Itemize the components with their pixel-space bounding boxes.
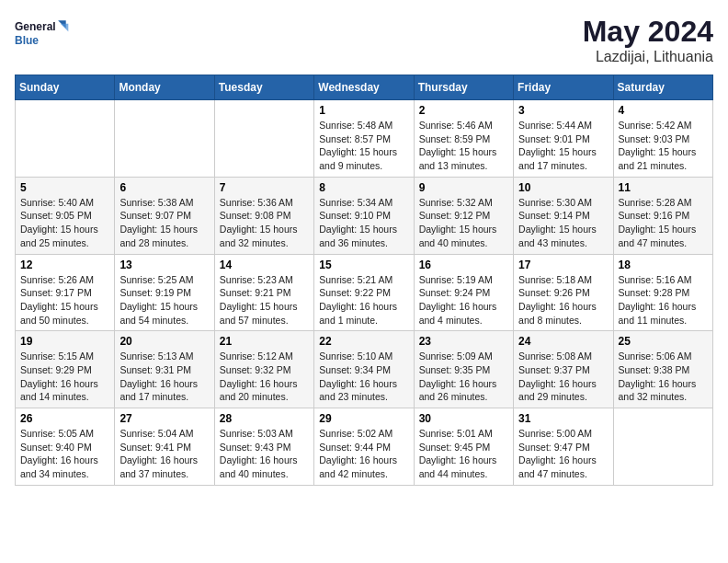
day-info: Sunrise: 5:19 AM Sunset: 9:24 PM Dayligh… xyxy=(419,273,508,327)
day-info: Sunrise: 5:00 AM Sunset: 9:47 PM Dayligh… xyxy=(518,427,608,481)
calendar-week-row: 19Sunrise: 5:15 AM Sunset: 9:29 PM Dayli… xyxy=(16,331,713,408)
calendar-cell xyxy=(214,100,313,178)
svg-text:Blue: Blue xyxy=(15,34,39,47)
calendar-week-row: 5Sunrise: 5:40 AM Sunset: 9:05 PM Daylig… xyxy=(16,177,713,254)
calendar-week-row: 1Sunrise: 5:48 AM Sunset: 8:57 PM Daylig… xyxy=(16,100,713,178)
calendar-cell: 5Sunrise: 5:40 AM Sunset: 9:05 PM Daylig… xyxy=(16,177,115,254)
calendar-cell: 4Sunrise: 5:42 AM Sunset: 9:03 PM Daylig… xyxy=(613,100,712,178)
title-block: May 2024 Lazdijai, Lithuania xyxy=(583,15,713,65)
calendar-cell: 27Sunrise: 5:04 AM Sunset: 9:41 PM Dayli… xyxy=(115,408,214,486)
day-number: 20 xyxy=(119,335,209,348)
day-number: 23 xyxy=(419,335,508,348)
day-number: 16 xyxy=(419,259,508,271)
day-number: 25 xyxy=(619,335,708,348)
day-info: Sunrise: 5:01 AM Sunset: 9:45 PM Dayligh… xyxy=(419,427,508,481)
day-number: 29 xyxy=(319,412,408,425)
calendar-cell: 8Sunrise: 5:34 AM Sunset: 9:10 PM Daylig… xyxy=(314,177,414,254)
day-number: 17 xyxy=(518,259,608,271)
day-number: 1 xyxy=(319,104,408,117)
calendar-cell: 14Sunrise: 5:23 AM Sunset: 9:21 PM Dayli… xyxy=(214,254,313,331)
day-info: Sunrise: 5:38 AM Sunset: 9:07 PM Dayligh… xyxy=(119,196,209,250)
day-number: 27 xyxy=(119,412,209,425)
calendar-cell: 16Sunrise: 5:19 AM Sunset: 9:24 PM Dayli… xyxy=(414,254,513,331)
day-info: Sunrise: 5:34 AM Sunset: 9:10 PM Dayligh… xyxy=(319,196,408,250)
svg-text:General: General xyxy=(15,20,56,33)
calendar-cell: 11Sunrise: 5:28 AM Sunset: 9:16 PM Dayli… xyxy=(613,177,712,254)
calendar-cell: 22Sunrise: 5:10 AM Sunset: 9:34 PM Dayli… xyxy=(314,331,414,408)
day-info: Sunrise: 5:13 AM Sunset: 9:31 PM Dayligh… xyxy=(119,350,209,404)
calendar-cell: 28Sunrise: 5:03 AM Sunset: 9:43 PM Dayli… xyxy=(214,408,313,486)
weekday-header-monday: Monday xyxy=(115,75,214,100)
day-number: 18 xyxy=(619,259,708,271)
weekday-header-sunday: Sunday xyxy=(16,75,115,100)
day-info: Sunrise: 5:42 AM Sunset: 9:03 PM Dayligh… xyxy=(619,119,708,173)
day-number: 14 xyxy=(220,259,309,271)
day-info: Sunrise: 5:32 AM Sunset: 9:12 PM Dayligh… xyxy=(419,196,508,250)
calendar-cell: 29Sunrise: 5:02 AM Sunset: 9:44 PM Dayli… xyxy=(314,408,414,486)
day-info: Sunrise: 5:48 AM Sunset: 8:57 PM Dayligh… xyxy=(319,119,408,173)
day-info: Sunrise: 5:23 AM Sunset: 9:21 PM Dayligh… xyxy=(220,273,309,327)
calendar-cell xyxy=(115,100,214,178)
weekday-header-thursday: Thursday xyxy=(414,75,513,100)
day-info: Sunrise: 5:08 AM Sunset: 9:37 PM Dayligh… xyxy=(518,350,608,404)
day-info: Sunrise: 5:05 AM Sunset: 9:40 PM Dayligh… xyxy=(20,427,109,481)
calendar-cell: 26Sunrise: 5:05 AM Sunset: 9:40 PM Dayli… xyxy=(16,408,115,486)
calendar-cell: 21Sunrise: 5:12 AM Sunset: 9:32 PM Dayli… xyxy=(214,331,313,408)
day-number: 21 xyxy=(220,335,309,348)
day-number: 28 xyxy=(220,412,309,425)
day-info: Sunrise: 5:18 AM Sunset: 9:26 PM Dayligh… xyxy=(518,273,608,327)
day-info: Sunrise: 5:15 AM Sunset: 9:29 PM Dayligh… xyxy=(20,350,109,404)
calendar-cell: 17Sunrise: 5:18 AM Sunset: 9:26 PM Dayli… xyxy=(514,254,613,331)
day-info: Sunrise: 5:12 AM Sunset: 9:32 PM Dayligh… xyxy=(220,350,309,404)
calendar-cell: 23Sunrise: 5:09 AM Sunset: 9:35 PM Dayli… xyxy=(414,331,513,408)
location-title: Lazdijai, Lithuania xyxy=(583,49,713,65)
calendar-cell xyxy=(16,100,115,178)
calendar-cell: 31Sunrise: 5:00 AM Sunset: 9:47 PM Dayli… xyxy=(514,408,613,486)
day-info: Sunrise: 5:10 AM Sunset: 9:34 PM Dayligh… xyxy=(319,350,408,404)
calendar-cell: 7Sunrise: 5:36 AM Sunset: 9:08 PM Daylig… xyxy=(214,177,313,254)
day-number: 22 xyxy=(319,335,408,348)
day-number: 6 xyxy=(119,181,209,194)
day-number: 2 xyxy=(419,104,508,117)
day-number: 15 xyxy=(319,259,408,271)
day-info: Sunrise: 5:40 AM Sunset: 9:05 PM Dayligh… xyxy=(20,196,109,250)
calendar-cell: 3Sunrise: 5:44 AM Sunset: 9:01 PM Daylig… xyxy=(514,100,613,178)
day-info: Sunrise: 5:28 AM Sunset: 9:16 PM Dayligh… xyxy=(619,196,708,250)
day-number: 24 xyxy=(518,335,608,348)
day-number: 12 xyxy=(20,259,109,271)
calendar-cell: 13Sunrise: 5:25 AM Sunset: 9:19 PM Dayli… xyxy=(115,254,214,331)
calendar-cell: 12Sunrise: 5:26 AM Sunset: 9:17 PM Dayli… xyxy=(16,254,115,331)
day-number: 11 xyxy=(619,181,708,194)
day-number: 13 xyxy=(119,259,209,271)
day-number: 19 xyxy=(20,335,109,348)
calendar-cell: 30Sunrise: 5:01 AM Sunset: 9:45 PM Dayli… xyxy=(414,408,513,486)
day-info: Sunrise: 5:46 AM Sunset: 8:59 PM Dayligh… xyxy=(419,119,508,173)
logo-svg: General Blue xyxy=(15,15,70,52)
day-number: 7 xyxy=(220,181,309,194)
day-info: Sunrise: 5:03 AM Sunset: 9:43 PM Dayligh… xyxy=(220,427,309,481)
calendar-cell: 1Sunrise: 5:48 AM Sunset: 8:57 PM Daylig… xyxy=(314,100,414,178)
day-info: Sunrise: 5:06 AM Sunset: 9:38 PM Dayligh… xyxy=(619,350,708,404)
day-number: 31 xyxy=(518,412,608,425)
svg-marker-3 xyxy=(61,24,69,32)
day-info: Sunrise: 5:21 AM Sunset: 9:22 PM Dayligh… xyxy=(319,273,408,327)
calendar-cell: 2Sunrise: 5:46 AM Sunset: 8:59 PM Daylig… xyxy=(414,100,513,178)
calendar-cell: 10Sunrise: 5:30 AM Sunset: 9:14 PM Dayli… xyxy=(514,177,613,254)
day-number: 9 xyxy=(419,181,508,194)
calendar-week-row: 12Sunrise: 5:26 AM Sunset: 9:17 PM Dayli… xyxy=(16,254,713,331)
day-number: 30 xyxy=(419,412,508,425)
weekday-header-tuesday: Tuesday xyxy=(214,75,313,100)
page-header: General Blue May 2024 Lazdijai, Lithuani… xyxy=(15,15,713,65)
day-info: Sunrise: 5:16 AM Sunset: 9:28 PM Dayligh… xyxy=(619,273,708,327)
calendar-week-row: 26Sunrise: 5:05 AM Sunset: 9:40 PM Dayli… xyxy=(16,408,713,486)
day-number: 10 xyxy=(518,181,608,194)
calendar-cell: 20Sunrise: 5:13 AM Sunset: 9:31 PM Dayli… xyxy=(115,331,214,408)
weekday-header-saturday: Saturday xyxy=(613,75,712,100)
day-info: Sunrise: 5:02 AM Sunset: 9:44 PM Dayligh… xyxy=(319,427,408,481)
calendar-cell: 19Sunrise: 5:15 AM Sunset: 9:29 PM Dayli… xyxy=(16,331,115,408)
calendar-cell: 9Sunrise: 5:32 AM Sunset: 9:12 PM Daylig… xyxy=(414,177,513,254)
calendar-table: SundayMondayTuesdayWednesdayThursdayFrid… xyxy=(15,75,713,486)
day-info: Sunrise: 5:25 AM Sunset: 9:19 PM Dayligh… xyxy=(119,273,209,327)
weekday-header-row: SundayMondayTuesdayWednesdayThursdayFrid… xyxy=(16,75,713,100)
day-info: Sunrise: 5:26 AM Sunset: 9:17 PM Dayligh… xyxy=(20,273,109,327)
